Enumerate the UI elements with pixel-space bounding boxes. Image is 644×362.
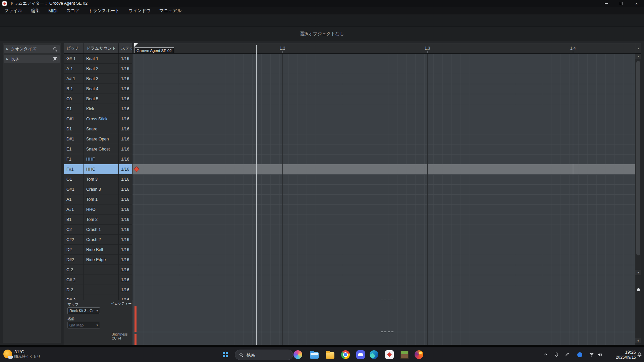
taskbar-app-folder[interactable] bbox=[323, 348, 337, 361]
drum-row-D2[interactable]: D2Ride Bell1/16 bbox=[64, 245, 132, 255]
drum-cell-pitch[interactable]: A-1 bbox=[64, 64, 84, 74]
drum-cell-step[interactable]: 1/16 bbox=[119, 184, 132, 194]
tray-network[interactable] bbox=[587, 350, 596, 359]
drum-cell-pitch[interactable]: E1 bbox=[64, 144, 84, 154]
drum-name-select[interactable]: GM Map ▾ bbox=[67, 322, 100, 328]
drum-cell-pitch[interactable]: D#2 bbox=[64, 255, 84, 265]
menu-item[interactable]: ファイル bbox=[0, 7, 26, 14]
scroll-up-corner[interactable]: ▲ bbox=[635, 43, 641, 54]
drum-cell-sound[interactable]: Snare bbox=[84, 124, 119, 134]
drum-cell-pitch[interactable]: C#2 bbox=[64, 235, 84, 245]
menu-item[interactable]: マニュアル bbox=[155, 7, 186, 14]
drum-cell-step[interactable]: 1/16 bbox=[119, 194, 132, 204]
drum-row-C#-2[interactable]: C#-21/16 bbox=[64, 275, 132, 285]
drum-cell-sound[interactable]: Snare Ghost bbox=[84, 144, 119, 154]
drum-cell-sound[interactable]: HHC bbox=[84, 164, 119, 174]
ruler[interactable]: Groove Agent SE 02 1.21.31.4 bbox=[132, 43, 635, 54]
tray-hidden-icons-button[interactable] bbox=[541, 350, 550, 359]
drum-row-D#-2[interactable]: D#-21/16 bbox=[64, 295, 132, 300]
scroll-down-button[interactable]: ▼ bbox=[635, 270, 641, 275]
drum-row-C-2[interactable]: C-21/16 bbox=[64, 265, 132, 275]
drum-row-D#1[interactable]: D#1Snare Open1/16 bbox=[64, 134, 132, 144]
drum-row-D1[interactable]: D1Snare1/16 bbox=[64, 124, 132, 134]
drum-cell-sound[interactable]: Cross Stick bbox=[84, 114, 119, 124]
drum-row-A-1[interactable]: A-1Beat 21/16 bbox=[64, 64, 132, 74]
weather-widget[interactable]: 31°C 晴れ時々くもり bbox=[3, 349, 41, 359]
drum-cell-pitch[interactable]: G1 bbox=[64, 174, 84, 184]
drum-cell-pitch[interactable]: C1 bbox=[64, 104, 84, 114]
taskbar-app-cubase[interactable] bbox=[383, 348, 396, 361]
taskbar-search[interactable]: 検索 bbox=[235, 350, 293, 360]
tray-microphone[interactable] bbox=[552, 350, 561, 359]
taskbar-app-discord[interactable] bbox=[354, 348, 367, 361]
drum-cell-step[interactable]: 1/16 bbox=[119, 104, 132, 114]
drum-cell-sound[interactable]: Beat 5 bbox=[84, 94, 119, 104]
drum-cell-step[interactable]: 1/16 bbox=[119, 255, 132, 265]
drum-cell-step[interactable]: 1/16 bbox=[119, 84, 132, 94]
column-header-step[interactable]: ステップ bbox=[119, 43, 132, 53]
drum-row-E1[interactable]: E1Snare Ghost1/16 bbox=[64, 144, 132, 154]
drum-cell-pitch[interactable]: G#-1 bbox=[64, 54, 84, 64]
drum-cell-pitch[interactable]: D1 bbox=[64, 124, 84, 134]
menu-item[interactable]: ウィンドウ bbox=[124, 7, 155, 14]
velocity-lane-label[interactable]: ベロシティー bbox=[111, 302, 131, 306]
drum-row-A1[interactable]: A1Tom 11/16 bbox=[64, 194, 132, 204]
taskbar-app-copilot[interactable] bbox=[291, 348, 305, 361]
drum-cell-pitch[interactable]: D#-2 bbox=[64, 295, 84, 300]
tray-pen[interactable] bbox=[562, 350, 572, 359]
drum-cell-step[interactable]: 1/16 bbox=[119, 134, 132, 144]
drum-cell-step[interactable]: 1/16 bbox=[119, 164, 132, 174]
drum-cell-step[interactable]: 1/16 bbox=[119, 124, 132, 134]
menu-item[interactable]: MIDI bbox=[44, 7, 62, 14]
taskbar-app-edge[interactable] bbox=[367, 348, 381, 361]
drum-map-select[interactable]: Rock Kit 3 - Gr. ▾ bbox=[67, 307, 100, 314]
drum-cell-sound[interactable]: Beat 1 bbox=[84, 54, 119, 64]
drum-cell-sound[interactable]: Tom 1 bbox=[84, 194, 119, 204]
minimize-button[interactable] bbox=[599, 0, 614, 7]
cc-lane-label[interactable]: Brightness CC 74 bbox=[112, 333, 127, 341]
note-grid[interactable] bbox=[132, 54, 635, 300]
drum-cell-pitch[interactable]: C-2 bbox=[64, 265, 84, 275]
drum-cell-sound[interactable]: Ride Bell bbox=[84, 245, 119, 255]
vertical-scrollbar[interactable]: ▲ ▼ + bbox=[635, 54, 641, 345]
drum-row-G#-1[interactable]: G#-1Beat 11/16 bbox=[64, 54, 132, 64]
drum-row-C0[interactable]: C0Beat 51/16 bbox=[64, 94, 132, 104]
menu-item[interactable]: 編集 bbox=[26, 7, 44, 14]
taskbar-app-file-explorer[interactable] bbox=[308, 348, 321, 361]
drum-cell-step[interactable]: 1/16 bbox=[119, 275, 132, 285]
drum-cell-sound[interactable]: Snare Open bbox=[84, 134, 119, 144]
drum-cell-pitch[interactable]: D2 bbox=[64, 245, 84, 255]
drum-cell-sound[interactable]: Tom 2 bbox=[84, 215, 119, 225]
lane-resize-handle[interactable] bbox=[381, 300, 393, 300]
drum-cell-step[interactable]: 1/16 bbox=[119, 265, 132, 275]
menu-item[interactable]: トランスポート bbox=[84, 7, 124, 14]
drum-cell-step[interactable]: 1/16 bbox=[119, 144, 132, 154]
drum-cell-pitch[interactable]: C#-2 bbox=[64, 275, 84, 285]
drum-cell-step[interactable]: 1/16 bbox=[119, 74, 132, 84]
drum-cell-sound[interactable] bbox=[84, 275, 119, 285]
drum-cell-pitch[interactable]: G#1 bbox=[64, 184, 84, 194]
drum-cell-step[interactable]: 1/16 bbox=[119, 285, 132, 295]
maximize-button[interactable] bbox=[614, 0, 629, 7]
taskbar-app-chrome[interactable] bbox=[339, 348, 352, 361]
zoom-in-button[interactable]: + bbox=[635, 338, 641, 343]
column-header-sound[interactable]: ドラムサウンド bbox=[84, 43, 119, 53]
drum-cell-pitch[interactable]: D#1 bbox=[64, 134, 84, 144]
drum-cell-step[interactable]: 1/16 bbox=[119, 154, 132, 164]
drum-cell-step[interactable]: 1/16 bbox=[119, 204, 132, 215]
drum-row-C1[interactable]: C1Kick1/16 bbox=[64, 104, 132, 114]
inspector-section-quantize[interactable]: ▶ クオンタイズ bbox=[4, 45, 60, 53]
drum-cell-pitch[interactable]: A1 bbox=[64, 194, 84, 204]
drum-cell-sound[interactable]: Tom 3 bbox=[84, 174, 119, 184]
menu-item[interactable]: スコア bbox=[62, 7, 84, 14]
scrollbar-thumb[interactable] bbox=[636, 61, 640, 255]
drum-row-B1[interactable]: B1Tom 21/16 bbox=[64, 215, 132, 225]
drum-cell-step[interactable]: 1/16 bbox=[119, 295, 132, 300]
drum-cell-pitch[interactable]: C0 bbox=[64, 94, 84, 104]
drum-row-G1[interactable]: G1Tom 31/16 bbox=[64, 174, 132, 184]
start-button[interactable] bbox=[219, 348, 232, 361]
drum-row-A#1[interactable]: A#1HHO1/16 bbox=[64, 204, 132, 215]
drum-cell-sound[interactable]: Crash 2 bbox=[84, 235, 119, 245]
drum-cell-pitch[interactable]: F1 bbox=[64, 154, 84, 164]
drum-cell-sound[interactable] bbox=[84, 295, 119, 300]
